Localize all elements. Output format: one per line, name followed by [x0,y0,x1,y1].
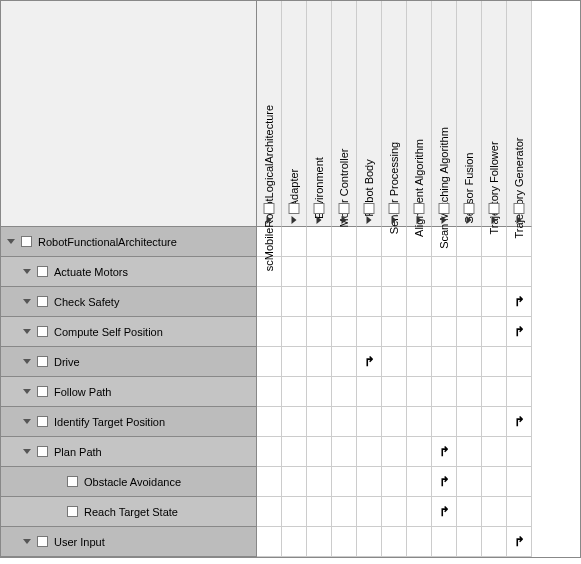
row-checkbox[interactable] [37,536,48,547]
matrix-cell[interactable] [332,377,357,407]
column-checkbox[interactable] [339,203,350,214]
expand-icon[interactable] [23,329,31,334]
row-checkbox[interactable] [37,296,48,307]
matrix-cell[interactable] [382,377,407,407]
expand-icon[interactable] [517,216,522,224]
row-header[interactable]: Drive [1,347,257,377]
matrix-cell[interactable] [457,527,482,557]
row-header[interactable]: RobotFunctionalArchitecture [1,227,257,257]
matrix-cell[interactable] [407,527,432,557]
matrix-cell[interactable] [332,347,357,377]
row-checkbox[interactable] [37,386,48,397]
expand-icon[interactable] [442,216,447,224]
matrix-cell[interactable] [432,317,457,347]
row-checkbox[interactable] [67,506,78,517]
expand-icon[interactable] [23,419,31,424]
matrix-cell[interactable] [282,497,307,527]
matrix-cell[interactable] [332,527,357,557]
expand-icon[interactable] [492,216,497,224]
matrix-cell[interactable] [432,347,457,377]
expand-icon[interactable] [7,239,15,244]
matrix-cell[interactable] [482,317,507,347]
row-header[interactable]: Obstacle Avoidance [1,467,257,497]
matrix-cell[interactable] [307,347,332,377]
matrix-cell[interactable] [482,497,507,527]
matrix-cell[interactable] [357,317,382,347]
expand-icon[interactable] [367,216,372,224]
matrix-cell[interactable] [457,287,482,317]
matrix-cell[interactable]: ↱ [507,407,532,437]
matrix-cell[interactable] [482,377,507,407]
matrix-cell[interactable] [257,347,282,377]
column-checkbox[interactable] [364,203,375,214]
matrix-cell[interactable] [382,347,407,377]
matrix-cell[interactable] [482,527,507,557]
matrix-cell[interactable] [307,287,332,317]
column-checkbox[interactable] [414,203,425,214]
matrix-cell[interactable] [257,377,282,407]
matrix-cell[interactable] [432,287,457,317]
matrix-cell[interactable] [357,437,382,467]
expand-icon[interactable] [23,539,31,544]
column-checkbox[interactable] [289,203,300,214]
matrix-cell[interactable] [407,407,432,437]
matrix-cell[interactable] [482,467,507,497]
row-header[interactable]: Reach Target State [1,497,257,527]
matrix-cell[interactable] [332,437,357,467]
column-checkbox[interactable] [464,203,475,214]
matrix-cell[interactable] [482,347,507,377]
matrix-cell[interactable] [357,227,382,257]
column-header[interactable]: Adapter [282,1,307,227]
matrix-cell[interactable] [482,257,507,287]
matrix-cell[interactable] [282,257,307,287]
matrix-cell[interactable] [507,467,532,497]
matrix-cell[interactable] [257,527,282,557]
expand-icon[interactable] [392,216,397,224]
matrix-cell[interactable] [257,407,282,437]
matrix-cell[interactable] [407,347,432,377]
matrix-cell[interactable] [282,527,307,557]
column-checkbox[interactable] [389,203,400,214]
column-checkbox[interactable] [514,203,525,214]
row-header[interactable]: Actuate Motors [1,257,257,287]
matrix-cell[interactable] [382,467,407,497]
matrix-cell[interactable] [257,287,282,317]
column-header[interactable]: Motor Controller [332,1,357,227]
matrix-cell[interactable] [307,497,332,527]
matrix-cell[interactable] [357,527,382,557]
expand-icon[interactable] [23,269,31,274]
column-header[interactable]: scMobileRobotLogicalArchitecture [257,1,282,227]
column-checkbox[interactable] [439,203,450,214]
matrix-cell[interactable] [457,377,482,407]
matrix-cell[interactable] [507,257,532,287]
expand-icon[interactable] [267,216,272,224]
matrix-cell[interactable] [432,527,457,557]
row-checkbox[interactable] [67,476,78,487]
matrix-cell[interactable] [382,407,407,437]
matrix-cell[interactable] [457,437,482,467]
matrix-cell[interactable]: ↱ [507,317,532,347]
matrix-cell[interactable] [432,377,457,407]
row-checkbox[interactable] [37,326,48,337]
row-checkbox[interactable] [37,416,48,427]
expand-icon[interactable] [23,389,31,394]
matrix-cell[interactable] [407,287,432,317]
matrix-cell[interactable] [357,287,382,317]
matrix-cell[interactable] [282,377,307,407]
matrix-cell[interactable] [257,497,282,527]
expand-icon[interactable] [317,216,322,224]
row-header[interactable]: Compute Self Position [1,317,257,347]
matrix-cell[interactable] [282,407,307,437]
matrix-cell[interactable] [382,317,407,347]
matrix-cell[interactable] [482,437,507,467]
matrix-cell[interactable] [382,287,407,317]
matrix-cell[interactable] [357,497,382,527]
matrix-cell[interactable] [457,407,482,437]
expand-icon[interactable] [342,216,347,224]
matrix-cell[interactable] [307,407,332,437]
row-checkbox[interactable] [37,446,48,457]
matrix-cell[interactable] [407,257,432,287]
matrix-cell[interactable] [332,467,357,497]
expand-icon[interactable] [23,449,31,454]
expand-icon[interactable] [292,216,297,224]
